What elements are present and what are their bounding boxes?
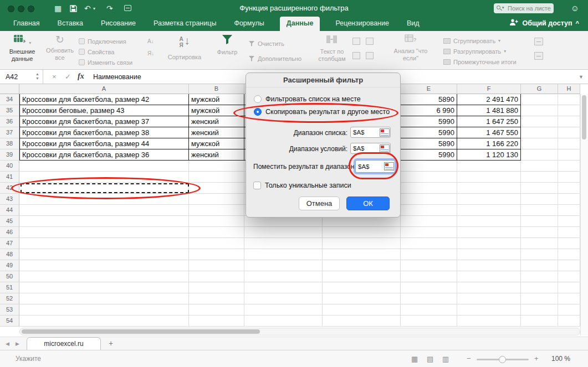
row-header-42[interactable]: 42 — [0, 183, 19, 194]
cell-B54[interactable] — [189, 316, 244, 327]
row-header-51[interactable]: 51 — [0, 282, 19, 293]
column-header-b[interactable]: B — [189, 84, 244, 94]
range-selector-icon[interactable] — [380, 144, 390, 153]
cell-E43[interactable] — [401, 194, 457, 205]
column-header-e[interactable]: E — [401, 84, 457, 94]
ungroup-button[interactable]: Разгруппировать▾ — [443, 46, 517, 56]
cell-C46[interactable] — [244, 227, 323, 238]
name-box-stepper[interactable]: ▲ ▼ — [35, 72, 39, 81]
cell-G39[interactable] — [521, 149, 558, 161]
cell-F46[interactable] — [457, 227, 521, 238]
radio-filter-in-place[interactable]: Фильтровать список на месте — [254, 95, 361, 103]
column-header-f[interactable]: F — [457, 84, 521, 94]
cell-A41[interactable] — [19, 172, 189, 183]
save-icon[interactable] — [70, 4, 77, 14]
cell-A47[interactable] — [19, 238, 189, 249]
cell-B34[interactable]: мужской — [189, 94, 244, 105]
cell-F51[interactable] — [457, 282, 521, 293]
cell-B38[interactable]: мужской — [189, 138, 244, 149]
row-header-50[interactable]: 50 — [0, 271, 19, 282]
group-button[interactable]: Сгруппировать▾ — [443, 35, 517, 46]
cell-G40[interactable] — [521, 161, 558, 172]
cell-G44[interactable] — [521, 205, 558, 216]
cell-B36[interactable]: женский — [189, 116, 244, 127]
normal-view-icon[interactable]: ▦ — [411, 355, 418, 363]
sort-button[interactable]: АЯ ↓ Сортировка — [164, 33, 205, 61]
cell-A43[interactable] — [19, 194, 189, 205]
cell-D46[interactable] — [323, 227, 401, 238]
cell-G47[interactable] — [521, 238, 558, 249]
row-header-45[interactable]: 45 — [0, 216, 19, 227]
cell-H40[interactable] — [558, 161, 580, 172]
cell-F34[interactable]: 2 491 470 — [457, 94, 521, 105]
data-tool-icon[interactable] — [352, 38, 360, 45]
cell-B49[interactable] — [189, 260, 244, 271]
cell-B44[interactable] — [189, 205, 244, 216]
cell-C53[interactable] — [244, 304, 323, 316]
row-header-37[interactable]: 37 — [0, 127, 19, 138]
app-grid-icon[interactable]: ▦ — [54, 3, 62, 13]
undo-caret-icon[interactable]: ▾ — [93, 6, 95, 11]
cell-H46[interactable] — [558, 227, 580, 238]
cell-E50[interactable] — [401, 271, 457, 282]
cell-B41[interactable] — [189, 172, 244, 183]
share-button[interactable]: Общий доступ ^ — [509, 19, 579, 28]
cell-F48[interactable] — [457, 249, 521, 260]
cell-E37[interactable]: 5990 — [401, 127, 457, 138]
cell-G52[interactable] — [521, 293, 558, 304]
cell-G53[interactable] — [521, 304, 558, 316]
row-header-48[interactable]: 48 — [0, 249, 19, 260]
cell-A38[interactable]: Кроссовки для баскетбола, размер 44 — [19, 138, 189, 149]
horizontal-scrollbar-thumb[interactable] — [22, 329, 260, 334]
checkbox-unchecked-icon[interactable] — [253, 182, 261, 189]
cell-A46[interactable] — [19, 227, 189, 238]
cell-C50[interactable] — [244, 271, 323, 282]
cell-H43[interactable] — [558, 194, 580, 205]
select-all-corner[interactable] — [0, 84, 19, 94]
sheet-tab-microexcel[interactable]: microexcel.ru — [27, 337, 101, 350]
row-header-41[interactable]: 41 — [0, 172, 19, 183]
cell-E49[interactable] — [401, 260, 457, 271]
redo-icon[interactable]: ↷ — [106, 3, 113, 13]
cell-B47[interactable] — [189, 238, 244, 249]
connections-button[interactable]: Подключения — [79, 36, 132, 46]
vertical-scrollbar[interactable] — [580, 94, 588, 335]
cell-E44[interactable] — [401, 205, 457, 216]
cell-G48[interactable] — [521, 249, 558, 260]
refresh-all-button[interactable]: ↻ Обновить все — [43, 34, 76, 61]
cell-F52[interactable] — [457, 293, 521, 304]
cell-E40[interactable] — [401, 161, 457, 172]
cell-G34[interactable] — [521, 94, 558, 105]
properties-button[interactable]: Свойства — [79, 46, 132, 57]
cell-A44[interactable] — [19, 205, 189, 216]
cell-B37[interactable]: женский — [189, 127, 244, 138]
page-layout-view-icon[interactable]: ▤ — [427, 355, 433, 363]
row-header-34[interactable]: 34 — [0, 94, 19, 105]
cell-B42[interactable] — [189, 183, 244, 194]
add-sheet-button[interactable]: + — [109, 339, 113, 348]
formula-bar-value[interactable]: Наименование — [93, 73, 141, 81]
cell-C54[interactable] — [244, 316, 323, 327]
row-header-43[interactable]: 43 — [0, 194, 19, 205]
tab-vid[interactable]: Вид — [405, 17, 422, 31]
cell-H48[interactable] — [558, 249, 580, 260]
cell-E46[interactable] — [401, 227, 457, 238]
cell-B51[interactable] — [189, 282, 244, 293]
cell-A49[interactable] — [19, 260, 189, 271]
tab-retsenzirovanie[interactable]: Рецензирование — [333, 17, 391, 31]
cell-G45[interactable] — [521, 216, 558, 227]
cell-H34[interactable] — [558, 94, 580, 105]
cell-A40[interactable] — [19, 161, 189, 172]
row-header-39[interactable]: 39 — [0, 149, 19, 161]
minimize-window-button[interactable] — [18, 6, 24, 12]
external-data-button[interactable]: ▾ Внешние данные — [4, 34, 40, 63]
cell-D50[interactable] — [323, 271, 401, 282]
undo-icon[interactable]: ↶ — [84, 3, 91, 13]
cell-A34[interactable]: Кроссовки для баскетбола, размер 42 — [19, 94, 189, 105]
range-selector-icon[interactable] — [380, 128, 390, 137]
cell-F43[interactable] — [457, 194, 521, 205]
cell-B52[interactable] — [189, 293, 244, 304]
cell-F36[interactable]: 1 647 250 — [457, 116, 521, 127]
next-sheet-icon[interactable]: ▶ — [16, 341, 19, 347]
radio-unselected-icon[interactable] — [254, 95, 262, 103]
